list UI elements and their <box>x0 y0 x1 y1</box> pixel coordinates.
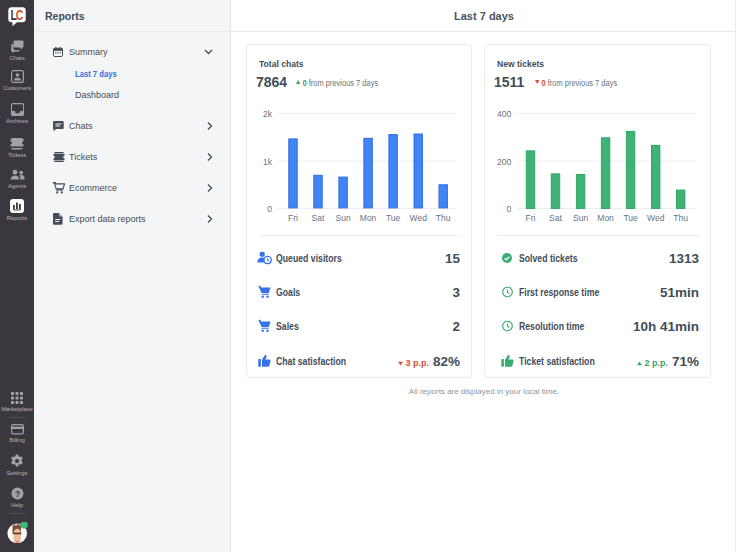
svg-text:0: 0 <box>267 204 272 214</box>
svg-text:Thu: Thu <box>436 213 451 223</box>
svg-text:200: 200 <box>497 157 511 167</box>
svg-text:Wed: Wed <box>647 213 665 223</box>
svg-text:Mon: Mon <box>597 213 614 223</box>
svg-text:Mon: Mon <box>360 213 377 223</box>
svg-text:0: 0 <box>507 204 512 214</box>
svg-text:Sat: Sat <box>549 213 562 223</box>
svg-text:400: 400 <box>497 109 511 119</box>
svg-text:Fri: Fri <box>288 213 298 223</box>
svg-text:Wed: Wed <box>410 213 428 223</box>
svg-text:?: ? <box>14 489 19 499</box>
svg-text:1k: 1k <box>263 157 273 167</box>
svg-text:Sat: Sat <box>312 213 325 223</box>
svg-text:Fri: Fri <box>526 213 536 223</box>
svg-text:Tue: Tue <box>623 213 638 223</box>
svg-text:Thu: Thu <box>673 213 688 223</box>
svg-text:2k: 2k <box>263 109 273 119</box>
svg-text:Sun: Sun <box>573 213 588 223</box>
svg-text:Tue: Tue <box>386 213 401 223</box>
svg-text:C: C <box>16 8 24 24</box>
svg-text:Sun: Sun <box>336 213 351 223</box>
